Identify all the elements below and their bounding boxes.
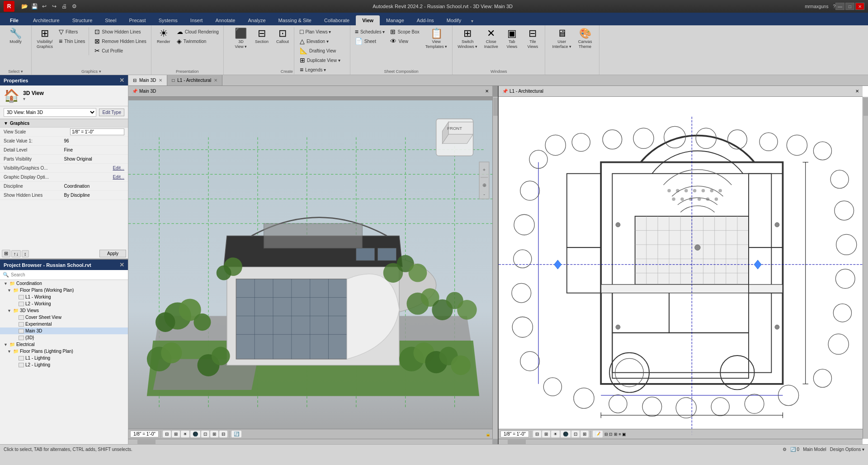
render-button[interactable]: ☀ Render (154, 27, 173, 46)
view-3d-vscroll[interactable] (492, 97, 498, 439)
callout-button[interactable]: ⊡ Callout (273, 27, 292, 46)
gdo-edit-link[interactable]: Edit... (113, 175, 124, 180)
close-inactive-button[interactable]: ✕ CloseInactive (481, 27, 500, 51)
tree-coordination[interactable]: ▼ 📁 Coordination (0, 280, 128, 287)
plan-vis-btn[interactable]: ⊞ (542, 431, 550, 437)
duplicate-view-button[interactable]: ⊞ Duplicate View ▾ (298, 56, 342, 65)
tab-manage[interactable]: Manage (380, 15, 410, 25)
tile-views-button[interactable]: ⊟ TileViews (523, 27, 542, 51)
type-dropdown[interactable]: ▾ (23, 96, 44, 101)
tree-l1-working[interactable]: L1 - Working (0, 294, 128, 300)
tree-3d[interactable]: {3D} (0, 334, 128, 341)
section-button[interactable]: ⊟ Section (252, 27, 271, 46)
tab-massing[interactable]: Massing & Site (272, 15, 318, 25)
vscroll-thumb[interactable] (493, 98, 498, 116)
tab-structure[interactable]: Structure (66, 15, 99, 25)
view-plan-close[interactable]: ✕ (855, 89, 859, 94)
close-button[interactable]: ✕ (855, 3, 864, 10)
open-button[interactable]: 📂 (20, 2, 29, 11)
tree-l2-lighting[interactable]: L2 - Lighting (0, 361, 128, 368)
tab-l1-architectural[interactable]: □ L1 - Architectural ✕ (167, 75, 222, 85)
minimize-button[interactable]: — (835, 3, 844, 10)
tab-options[interactable]: ▾ (471, 19, 473, 25)
plan-vscroll-thumb[interactable] (863, 98, 868, 116)
plan-annotation-btn[interactable]: 📝 (593, 431, 603, 437)
tab-architecture[interactable]: Architecture (27, 15, 66, 25)
plan-crop-btn[interactable]: ⊡ (571, 431, 580, 437)
cloud-rendering-button[interactable]: ☁ Cloud Rendering (175, 27, 221, 36)
view-templates-button[interactable]: 📋 ViewTemplates ▾ (423, 27, 450, 51)
print-button[interactable]: 🖨 (60, 2, 69, 11)
tab-annotate[interactable]: Annotate (209, 15, 241, 25)
sort-category-button[interactable]: ⊞ (2, 250, 10, 257)
legends-button[interactable]: ≡ Legends ▾ (298, 65, 342, 74)
view-scale-input[interactable] (70, 128, 124, 135)
tab-main-3d[interactable]: ⊟ Main 3D ✕ (128, 75, 167, 85)
view-plan-vscroll[interactable] (863, 97, 868, 439)
schedules-button[interactable]: ≡ Schedules ▾ (353, 27, 387, 36)
scope-box-button[interactable]: ⊞ Scope Box (388, 27, 421, 36)
maximize-button[interactable]: □ (845, 3, 854, 10)
tab-modify[interactable]: Modify (440, 15, 467, 25)
vis-style-btn[interactable]: ⊞ (172, 431, 180, 437)
apply-button[interactable]: Apply (99, 250, 126, 257)
save-button[interactable]: 💾 (30, 2, 39, 11)
tab-file[interactable]: File (2, 15, 27, 25)
switch-windows-button[interactable]: ⊞ SwitchWindows ▾ (455, 27, 480, 51)
visibility-graphics-button[interactable]: ⊞ Visibility/Graphics (34, 27, 55, 51)
sheet-button[interactable]: 📄 Sheet (353, 37, 387, 46)
modify-button[interactable]: 🔧 Modify (6, 27, 25, 46)
tab-view[interactable]: View (356, 15, 380, 25)
tree-l2-working[interactable]: L2 - Working (0, 300, 128, 307)
remove-hidden-lines-button[interactable]: ⊠ Remove Hidden Lines (93, 37, 148, 46)
canvas-theme-button[interactable]: 🎨 CanvasTheme (576, 27, 594, 51)
sun-btn[interactable]: ☀ (181, 431, 189, 437)
annotate-crop-btn[interactable]: ⊟ (219, 431, 227, 437)
view-3d-hscroll[interactable] (128, 439, 492, 444)
tree-main-3d[interactable]: Main 3D (0, 327, 128, 334)
tab-analyze[interactable]: Analyze (241, 15, 272, 25)
view-selector[interactable]: 3D View: Main 3D (4, 108, 96, 117)
3d-nav-btn[interactable]: 🔄 (231, 431, 241, 437)
edit-type-button[interactable]: Edit Type (99, 109, 124, 116)
tree-electrical[interactable]: ▼ 📁 Electrical (0, 341, 128, 348)
plan-shadow-btn[interactable]: 🌑 (561, 431, 571, 437)
properties-close-button[interactable]: ✕ (119, 77, 124, 84)
tree-cover-sheet[interactable]: Cover Sheet View (0, 314, 128, 321)
tab-views-button[interactable]: ▣ TabViews (502, 27, 521, 51)
tab-systems[interactable]: Systems (152, 15, 184, 25)
thin-lines-button[interactable]: ≡ Thin Lines (57, 37, 87, 46)
plan-sun-btn[interactable]: ☀ (551, 431, 560, 437)
tab-close-main3d[interactable]: ✕ (159, 78, 162, 83)
plan-views-button[interactable]: □ Plan Views ▾ (298, 27, 342, 36)
view-reference-button[interactable]: 👁 View (388, 37, 421, 46)
region-btn[interactable]: ⊞ (210, 431, 218, 437)
undo-button[interactable]: ↩ (40, 2, 49, 11)
hscroll-thumb[interactable] (137, 440, 156, 444)
browser-search-input[interactable] (11, 272, 125, 277)
view-plan-canvas[interactable]: 📌 L1 - Architectural ✕ (499, 86, 868, 444)
tree-floor-plans-lighting[interactable]: ▼ 📁 Floor Plans (Lighting Plan) (0, 348, 128, 355)
tab-steel[interactable]: Steel (99, 15, 123, 25)
plan-detail-btn[interactable]: ⊟ (533, 431, 541, 437)
plan-region-btn[interactable]: ⊞ (580, 431, 589, 437)
tab-precast[interactable]: Precast (123, 15, 152, 25)
tree-3d-views[interactable]: ▼ 📁 3D Views (0, 307, 128, 314)
detail-level-btn[interactable]: ⊟ (163, 431, 171, 437)
redo-button[interactable]: ↪ (50, 2, 59, 11)
vg-edit-link[interactable]: Edit... (113, 166, 124, 171)
settings-button[interactable]: ⚙ (70, 2, 79, 11)
twinmotion-button[interactable]: ◈ Twinmotion (175, 37, 221, 46)
tree-floor-plans-working[interactable]: ▼ 📁 Floor Plans (Working Plan) (0, 287, 128, 294)
show-hidden-lines-button[interactable]: ⊡ Show Hidden Lines (93, 27, 148, 36)
sort-type-button[interactable]: ↕ (22, 250, 29, 257)
3d-view-button[interactable]: ⬛ 3DView ▾ (231, 27, 250, 51)
tree-experimental[interactable]: Experimental (0, 321, 128, 327)
tab-collaborate[interactable]: Collaborate (318, 15, 356, 25)
tab-insert[interactable]: Insert (184, 15, 209, 25)
sort-alpha-button[interactable]: ↑↓ (11, 250, 21, 257)
view-3d-canvas[interactable]: 📌 Main 3D ✕ (128, 86, 499, 444)
filters-button[interactable]: ▽ Filters (57, 27, 87, 36)
browser-close-button[interactable]: ✕ (119, 261, 124, 268)
tab-close-l1arch[interactable]: ✕ (214, 78, 217, 83)
